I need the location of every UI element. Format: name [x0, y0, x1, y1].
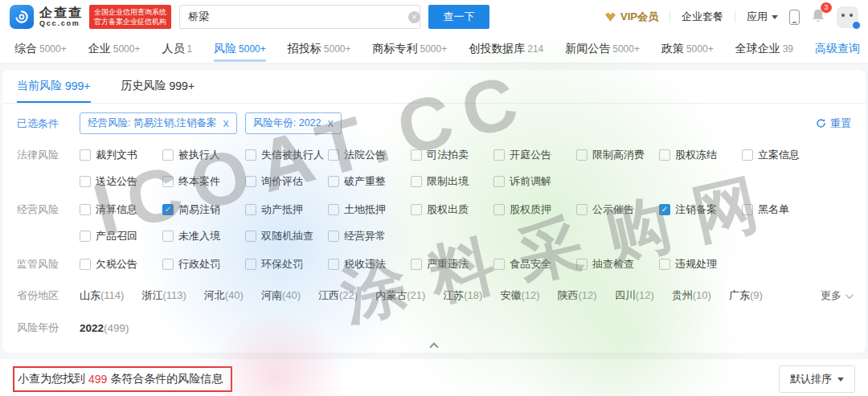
- filter-option-经营异常[interactable]: 经营异常: [328, 226, 411, 247]
- filter-option-公示催告[interactable]: 公示催告: [576, 199, 659, 220]
- filter-option-注销备案[interactable]: ✓注销备案: [659, 199, 742, 220]
- enterprise-package-link[interactable]: 企业套餐: [682, 10, 723, 24]
- checkbox[interactable]: [493, 176, 505, 187]
- filter-option-询价评估[interactable]: 询价评估: [245, 171, 328, 192]
- notifications-button[interactable]: 3: [811, 8, 825, 26]
- filter-option-裁判文书[interactable]: 裁判文书: [80, 145, 162, 165]
- clear-search-icon[interactable]: ×: [408, 11, 420, 23]
- filter-option-产品召回[interactable]: 产品召回: [80, 226, 162, 247]
- checkbox[interactable]: [80, 149, 91, 161]
- nav-tab-招投标[interactable]: 招投标5000+: [288, 35, 351, 62]
- filter-option-失信被执行人[interactable]: 失信被执行人: [245, 145, 328, 165]
- filter-option-立案信息[interactable]: 立案信息: [742, 145, 825, 165]
- search-button[interactable]: 查一下: [428, 5, 489, 29]
- checkbox[interactable]: [576, 149, 588, 161]
- province-四川[interactable]: 四川(12): [615, 288, 654, 303]
- filter-option-食品安全[interactable]: 食品安全: [493, 254, 576, 275]
- collapse-panel-button[interactable]: [403, 341, 465, 353]
- checkbox[interactable]: [80, 176, 91, 187]
- province-陕西[interactable]: 陕西(12): [558, 288, 597, 303]
- checkbox[interactable]: [162, 259, 174, 270]
- province-河南[interactable]: 河南(40): [261, 288, 301, 303]
- checkbox[interactable]: [411, 259, 422, 270]
- nav-tab-全球企业[interactable]: 全球企业39: [735, 35, 793, 62]
- filter-option-股权质押[interactable]: 股权质押: [493, 199, 576, 220]
- nav-tab-人员[interactable]: 人员1: [162, 35, 192, 62]
- filter-option-股权出质[interactable]: 股权出质: [411, 199, 493, 220]
- filter-option-终本案件[interactable]: 终本案件: [162, 171, 245, 192]
- filter-option-开庭公告[interactable]: 开庭公告: [493, 145, 576, 165]
- checkbox[interactable]: [742, 149, 753, 161]
- filter-option-黑名单[interactable]: 黑名单: [742, 199, 825, 220]
- chip-close-icon[interactable]: X: [328, 119, 334, 129]
- checkbox[interactable]: [411, 149, 422, 161]
- filter-option-土地抵押[interactable]: 土地抵押: [328, 199, 411, 220]
- checkbox[interactable]: [659, 259, 670, 270]
- province-江西[interactable]: 江西(22): [318, 288, 358, 303]
- filter-option-限制高消费[interactable]: 限制高消费: [576, 145, 659, 165]
- nav-tab-政策[interactable]: 政策5000+: [661, 35, 714, 62]
- avatar[interactable]: [837, 6, 858, 28]
- filter-option-清算信息[interactable]: 清算信息: [80, 199, 162, 220]
- nav-tab-商标专利[interactable]: 商标专利5000+: [373, 35, 448, 62]
- condition-chip[interactable]: 经营风险: 简易注销,注销备案X: [80, 112, 237, 134]
- condition-chip[interactable]: 风险年份: 2022X: [245, 112, 342, 134]
- checkbox[interactable]: [493, 149, 505, 161]
- checkbox[interactable]: [659, 149, 670, 161]
- checkbox[interactable]: [493, 204, 505, 215]
- filter-option-行政处罚[interactable]: 行政处罚: [162, 254, 245, 275]
- checkbox[interactable]: [411, 176, 422, 187]
- checkbox[interactable]: [576, 204, 588, 215]
- checkbox[interactable]: [245, 231, 256, 242]
- filter-option-司法拍卖[interactable]: 司法拍卖: [411, 145, 493, 165]
- nav-tab-创投数据库[interactable]: 创投数据库214: [469, 35, 543, 62]
- nav-tab-新闻公告[interactable]: 新闻公告5000+: [565, 35, 640, 62]
- filter-option-双随机抽查[interactable]: 双随机抽查: [245, 226, 328, 247]
- checkbox[interactable]: [245, 259, 256, 270]
- filter-option-违规处理[interactable]: 违规处理: [659, 254, 742, 275]
- filter-option-欠税公告[interactable]: 欠税公告: [80, 254, 162, 275]
- checkbox[interactable]: [328, 231, 339, 242]
- province-江苏[interactable]: 江苏(18): [443, 288, 482, 303]
- checkbox[interactable]: [576, 259, 588, 270]
- reset-button[interactable]: 重置: [816, 116, 851, 131]
- filter-option-法院公告[interactable]: 法院公告: [328, 145, 411, 165]
- checkbox[interactable]: [742, 204, 753, 215]
- filter-option-被执行人[interactable]: 被执行人: [162, 145, 245, 165]
- checkbox[interactable]: [328, 176, 339, 187]
- checkbox[interactable]: [80, 259, 91, 270]
- checkbox[interactable]: [162, 176, 174, 187]
- province-内蒙古[interactable]: 内蒙古(21): [375, 288, 425, 303]
- panel-tab-当前风险[interactable]: 当前风险999+: [17, 70, 91, 103]
- checkbox-checked[interactable]: ✓: [162, 204, 174, 215]
- mobile-app-icon[interactable]: [789, 10, 800, 25]
- filter-option-严重违法[interactable]: 严重违法: [411, 254, 493, 275]
- year-value[interactable]: 2022(499): [80, 322, 129, 334]
- checkbox[interactable]: [328, 149, 339, 161]
- filter-option-抽查检查[interactable]: 抽查检查: [576, 254, 659, 275]
- checkbox-checked[interactable]: ✓: [659, 204, 670, 215]
- filter-option-股权冻结[interactable]: 股权冻结: [659, 145, 742, 165]
- filter-option-动产抵押[interactable]: 动产抵押: [245, 199, 328, 220]
- filter-option-环保处罚[interactable]: 环保处罚: [245, 254, 328, 275]
- province-广东[interactable]: 广东(9): [729, 288, 763, 303]
- checkbox[interactable]: [80, 231, 91, 242]
- nav-tab-高级查询[interactable]: 高级查询: [815, 35, 860, 62]
- apps-menu[interactable]: 应用: [747, 10, 778, 24]
- checkbox[interactable]: [162, 149, 174, 161]
- checkbox[interactable]: [80, 204, 91, 215]
- nav-tab-企业[interactable]: 企业5000+: [88, 35, 141, 62]
- checkbox[interactable]: [245, 149, 256, 161]
- filter-option-诉前调解[interactable]: 诉前调解: [493, 171, 576, 192]
- filter-option-税收违法[interactable]: 税收违法: [328, 254, 411, 275]
- checkbox[interactable]: [245, 204, 256, 215]
- filter-option-未准入境[interactable]: 未准入境: [162, 226, 245, 247]
- checkbox[interactable]: [411, 204, 422, 215]
- qcc-logo[interactable]: 企查查 Qcc.com: [10, 5, 83, 29]
- checkbox[interactable]: [493, 259, 505, 270]
- filter-option-送达公告[interactable]: 送达公告: [80, 171, 162, 192]
- chip-close-icon[interactable]: X: [223, 119, 228, 129]
- checkbox[interactable]: [245, 176, 256, 187]
- province-浙江[interactable]: 浙江(113): [141, 288, 186, 303]
- filter-option-限制出境[interactable]: 限制出境: [411, 171, 493, 192]
